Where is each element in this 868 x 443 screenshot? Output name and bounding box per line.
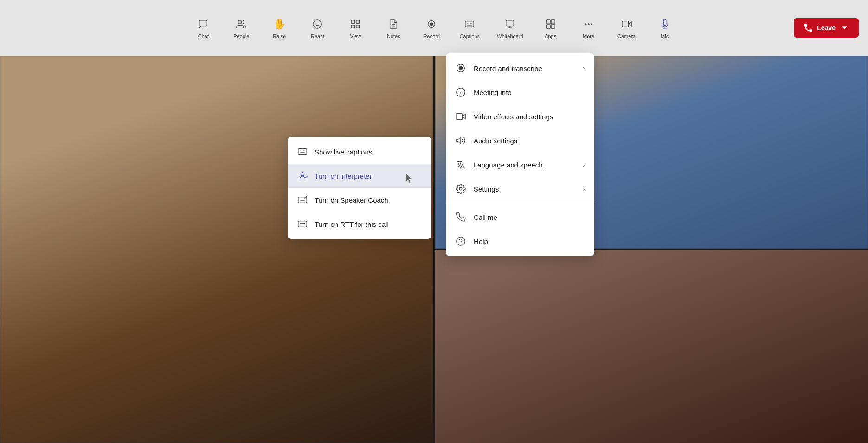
settings-icon [455, 183, 466, 194]
apps-icon [543, 17, 558, 32]
language-speech-submenu: Show live captions Turn on interpreter T… [288, 137, 431, 239]
language-speech-icon [455, 159, 466, 170]
svg-rect-14 [506, 20, 514, 26]
svg-rect-22 [622, 21, 629, 27]
toolbar-item-view[interactable]: View [339, 13, 372, 43]
svg-point-32 [457, 237, 465, 245]
audio-settings-icon [455, 135, 466, 146]
more-label: More [583, 33, 594, 39]
camera-label: Camera [617, 33, 636, 39]
svg-rect-4 [352, 20, 354, 23]
menu-item-help[interactable]: Help [446, 229, 594, 253]
menu-item-call-me-label: Call me [474, 213, 585, 221]
captions-icon [462, 17, 477, 32]
notes-icon [386, 17, 401, 32]
svg-rect-30 [456, 114, 463, 120]
video-grid [0, 56, 868, 443]
record-icon [424, 17, 439, 32]
submenu-item-turn-on-rtt[interactable]: Turn on RTT for this call [288, 212, 431, 236]
more-icon [581, 17, 596, 32]
context-menu: Record and transcribe › Meeting info Vid… [446, 53, 594, 256]
svg-point-26 [459, 66, 462, 70]
toolbar-item-notes[interactable]: Notes [377, 13, 410, 43]
interpreter-icon [297, 170, 308, 181]
toolbar-item-record[interactable]: Record [415, 13, 448, 43]
people-icon [234, 17, 249, 32]
toolbar-item-captions[interactable]: Captions [453, 13, 486, 43]
menu-item-language-speech[interactable]: Language and speech › [446, 153, 594, 177]
submenu-item-turn-on-speaker-coach[interactable]: Turn on Speaker Coach [288, 188, 431, 212]
svg-point-31 [459, 187, 462, 190]
chat-label: Chat [198, 33, 209, 39]
language-speech-chevron: › [583, 161, 585, 168]
menu-item-language-speech-label: Language and speech [474, 161, 575, 169]
menu-item-audio-settings[interactable]: Audio settings [446, 128, 594, 153]
svg-rect-34 [298, 149, 307, 155]
toolbar-item-mic[interactable]: Mic [649, 13, 681, 43]
turn-on-speaker-coach-label: Turn on Speaker Coach [315, 196, 388, 204]
toolbar-item-chat[interactable]: Chat [187, 13, 219, 43]
raise-label: Raise [273, 33, 286, 39]
toolbar-item-more[interactable]: More [572, 13, 605, 43]
notes-label: Notes [387, 33, 400, 39]
chat-icon [196, 17, 211, 32]
menu-item-video-effects-label: Video effects and settings [474, 113, 585, 121]
meeting-info-icon [455, 87, 466, 98]
svg-point-1 [313, 20, 321, 28]
toolbar-item-whiteboard[interactable]: Whiteboard [491, 13, 528, 43]
record-transcribe-chevron: › [583, 64, 585, 72]
svg-point-20 [588, 23, 590, 25]
toolbar: Chat People ✋ Raise React [0, 0, 868, 56]
menu-item-call-me[interactable]: Call me [446, 205, 594, 229]
toolbar-item-react[interactable]: React [301, 13, 334, 43]
svg-rect-15 [546, 20, 550, 24]
turn-on-rtt-label: Turn on RTT for this call [315, 220, 389, 228]
svg-rect-7 [352, 25, 354, 28]
raise-icon: ✋ [272, 17, 287, 32]
video-cell-left [0, 56, 433, 443]
settings-chevron: › [583, 185, 585, 193]
record-transcribe-icon [455, 63, 466, 74]
mic-label: Mic [661, 33, 669, 39]
toolbar-item-apps[interactable]: Apps [534, 13, 567, 43]
leave-label: Leave [817, 24, 836, 32]
toolbar-item-people[interactable]: People [225, 13, 257, 43]
person-right-bottom [435, 250, 868, 443]
svg-point-12 [431, 23, 433, 26]
apps-label: Apps [545, 33, 556, 39]
turn-on-interpreter-label: Turn on interpreter [315, 172, 372, 180]
svg-rect-13 [465, 21, 474, 27]
rtt-icon [297, 218, 308, 230]
react-label: React [311, 33, 324, 39]
toolbar-item-camera[interactable]: Camera [611, 13, 643, 43]
leave-button[interactable]: Leave [794, 18, 859, 38]
svg-point-19 [585, 23, 586, 25]
svg-rect-17 [546, 25, 550, 28]
menu-item-record-transcribe-label: Record and transcribe [474, 64, 575, 72]
svg-rect-6 [356, 25, 359, 28]
people-label: People [233, 33, 249, 39]
help-icon [455, 236, 466, 247]
menu-item-video-effects[interactable]: Video effects and settings [446, 104, 594, 128]
menu-item-settings-label: Settings [474, 185, 575, 193]
menu-divider-1 [446, 203, 594, 203]
menu-item-meeting-info[interactable]: Meeting info [446, 80, 594, 104]
submenu-item-show-live-captions[interactable]: Show live captions [288, 140, 431, 164]
captions-label: Captions [460, 33, 480, 39]
menu-item-help-label: Help [474, 238, 585, 245]
svg-rect-37 [298, 221, 307, 227]
svg-rect-18 [551, 25, 555, 28]
whiteboard-icon [502, 17, 517, 32]
svg-point-21 [591, 23, 592, 25]
submenu-item-turn-on-interpreter[interactable]: Turn on interpreter [288, 164, 431, 188]
live-captions-icon [297, 146, 308, 157]
video-cell-right-bottom [435, 250, 868, 443]
show-live-captions-label: Show live captions [315, 148, 372, 156]
person-left [0, 56, 433, 443]
menu-item-meeting-info-label: Meeting info [474, 89, 585, 96]
menu-item-settings[interactable]: Settings › [446, 177, 594, 201]
view-icon [348, 17, 363, 32]
toolbar-item-raise[interactable]: ✋ Raise [263, 13, 296, 43]
speaker-coach-icon [297, 194, 308, 205]
menu-item-record-transcribe[interactable]: Record and transcribe › [446, 56, 594, 80]
